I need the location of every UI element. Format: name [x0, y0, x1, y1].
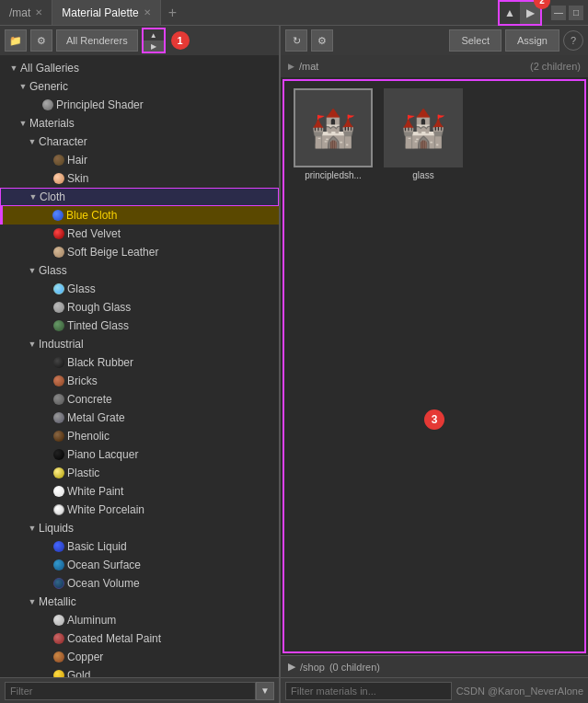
gear-btn-left[interactable]: ⚙	[30, 29, 52, 52]
ocean-volume-label: Ocean Volume	[67, 577, 275, 590]
all-galleries-label: All Galleries	[20, 62, 275, 75]
ocean-volume-dot	[53, 578, 64, 589]
glass-group-label: Glass	[39, 264, 275, 277]
tab-palette-label: Material Palette	[62, 6, 138, 19]
expand-industrial[interactable]: ▼	[26, 338, 39, 351]
tree-item-skin[interactable]: Skin	[0, 169, 279, 188]
metal-grate-label: Metal Grate	[67, 411, 275, 424]
tree-item-copper[interactable]: Copper	[0, 648, 279, 666]
tree-item-black-rubber[interactable]: Black Rubber	[0, 353, 279, 372]
tree-item-generic[interactable]: ▼ Generic	[0, 77, 279, 96]
tab-add-button[interactable]: +	[161, 0, 184, 25]
tree-item-industrial[interactable]: ▼ Industrial	[0, 335, 279, 353]
tree-item-white-porcelain[interactable]: White Porcelain	[0, 501, 279, 519]
refresh-btn[interactable]: ↻	[285, 29, 307, 52]
tree-item-glass-group[interactable]: ▼ Glass	[0, 261, 279, 280]
tree-item-white-paint[interactable]: White Paint	[0, 482, 279, 501]
mat-path-bar[interactable]: ▶ /mat (2 children)	[281, 55, 588, 77]
gallery-thumb-principledsh[interactable]: 🏰	[294, 88, 373, 167]
tab-mat[interactable]: /mat ✕	[0, 0, 52, 25]
character-label: Character	[39, 135, 275, 148]
scroll-arrows[interactable]: ▲ ▶	[142, 28, 166, 53]
folder-btn[interactable]: 📁	[5, 29, 27, 52]
expand-glass	[40, 282, 53, 295]
select-button[interactable]: Select	[449, 29, 502, 52]
arrow-up-btn[interactable]: ▲	[500, 2, 520, 24]
right-filter-input[interactable]	[285, 682, 452, 700]
expand-character[interactable]: ▼	[26, 135, 39, 148]
expand-generic[interactable]: ▼	[17, 80, 29, 93]
mat-expand-tri[interactable]: ▶	[288, 62, 294, 71]
tree-item-piano-lacquer[interactable]: Piano Lacquer	[0, 445, 279, 464]
shop-children-count: (0 children)	[329, 662, 380, 673]
shop-path-bar[interactable]: ▶ /shop (0 children)	[281, 655, 588, 677]
gallery-item-glass[interactable]: 🏰 glass	[382, 88, 465, 180]
scroll-up-btn[interactable]: ▲	[144, 29, 164, 40]
expand-piano-lacquer	[40, 448, 53, 461]
hair-label: Hair	[67, 154, 275, 167]
expand-ocean-surface	[40, 559, 53, 571]
help-button[interactable]: ?	[563, 30, 583, 51]
badge-1: 1	[171, 31, 190, 50]
tree-item-glass[interactable]: Glass	[0, 280, 279, 298]
tree-item-tinted-glass[interactable]: Tinted Glass	[0, 317, 279, 335]
gallery-thumb-glass[interactable]: 🏰	[384, 88, 463, 167]
tree-item-plastic[interactable]: Plastic	[0, 464, 279, 482]
maximize-btn[interactable]: □	[569, 6, 583, 20]
soft-beige-label: Soft Beige Leather	[67, 246, 275, 259]
tab-mat-close[interactable]: ✕	[35, 7, 42, 17]
tree-item-materials[interactable]: ▼ Materials	[0, 114, 279, 133]
tree-item-rough-glass[interactable]: Rough Glass	[0, 298, 279, 317]
gallery-area[interactable]: 🏰 principledsh... 🏰 glass 3	[282, 79, 586, 653]
piano-lacquer-label: Piano Lacquer	[67, 448, 275, 461]
expand-cloth[interactable]: ▼	[27, 190, 40, 203]
scroll-down-btn[interactable]: ▶	[144, 40, 164, 52]
tree-item-hair[interactable]: Hair	[0, 151, 279, 169]
tree-item-coated-metal[interactable]: Coated Metal Paint	[0, 629, 279, 648]
tree-item-gold[interactable]: Gold	[0, 666, 279, 677]
left-panel: 📁 ⚙ All Renderers ▲ ▶ 1 ▼ All Galleries …	[0, 26, 281, 703]
assign-button[interactable]: Assign	[505, 29, 559, 52]
coated-metal-dot	[53, 633, 64, 644]
tab-palette[interactable]: Material Palette ✕	[52, 0, 160, 25]
expand-ocean-volume	[40, 577, 53, 590]
tree-item-basic-liquid[interactable]: Basic Liquid	[0, 537, 279, 556]
tree-item-character[interactable]: ▼ Character	[0, 133, 279, 151]
tree-item-cloth[interactable]: ▼ Cloth	[0, 188, 279, 206]
tree-item-soft-beige[interactable]: Soft Beige Leather	[0, 243, 279, 261]
gear-btn-right[interactable]: ⚙	[311, 29, 333, 52]
tree-item-concrete[interactable]: Concrete	[0, 390, 279, 409]
tree-item-principled[interactable]: Principled Shader	[0, 96, 279, 114]
expand-metallic[interactable]: ▼	[26, 595, 39, 608]
expand-glass-group[interactable]: ▼	[26, 264, 39, 277]
metallic-label: Metallic	[39, 595, 275, 608]
tree-item-phenolic[interactable]: Phenolic	[0, 427, 279, 445]
shop-expand-tri[interactable]: ▶	[288, 661, 295, 673]
tree-item-metal-grate[interactable]: Metal Grate	[0, 409, 279, 427]
tree-item-blue-cloth[interactable]: Blue Cloth	[0, 206, 279, 225]
gallery-item-principledsh[interactable]: 🏰 principledsh...	[292, 88, 375, 180]
tree-item-bricks[interactable]: Bricks	[0, 372, 279, 390]
expand-materials[interactable]: ▼	[17, 117, 29, 130]
renderer-select[interactable]: All Renderers	[56, 29, 138, 52]
material-tree[interactable]: ▼ All Galleries ▼ Generic Principled Sha…	[0, 55, 279, 677]
tree-item-aluminum[interactable]: Aluminum	[0, 611, 279, 629]
metal-grate-dot	[53, 412, 64, 423]
coated-metal-label: Coated Metal Paint	[67, 632, 275, 645]
tab-palette-close[interactable]: ✕	[144, 7, 151, 17]
skin-dot	[53, 173, 64, 184]
filter-input[interactable]	[5, 682, 256, 700]
tree-item-all-galleries[interactable]: ▼ All Galleries	[0, 59, 279, 77]
expand-liquids[interactable]: ▼	[26, 522, 39, 535]
right-panel: ↻ ⚙ Select Assign ? ▶ /mat (2 children) …	[281, 26, 588, 703]
minimize-btn[interactable]: —	[551, 6, 566, 20]
tree-item-liquids[interactable]: ▼ Liquids	[0, 519, 279, 537]
tree-item-ocean-volume[interactable]: Ocean Volume	[0, 574, 279, 593]
tree-item-red-velvet[interactable]: Red Velvet	[0, 225, 279, 243]
tree-item-metallic[interactable]: ▼ Metallic	[0, 593, 279, 611]
filter-dropdown[interactable]: ▼	[256, 682, 274, 700]
tree-item-ocean-surface[interactable]: Ocean Surface	[0, 556, 279, 574]
shop-path-label: /shop	[300, 662, 325, 673]
blue-cloth-dot	[52, 210, 63, 221]
expand-all-galleries[interactable]: ▼	[7, 62, 20, 75]
